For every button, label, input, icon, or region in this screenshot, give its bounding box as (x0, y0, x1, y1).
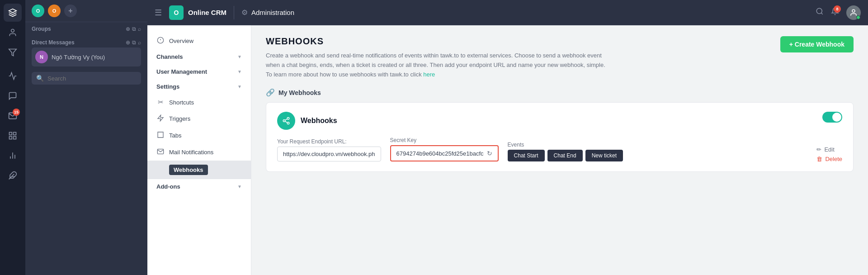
nav-item-tabs[interactable]: Tabs (147, 127, 251, 144)
secret-key-input[interactable] (396, 150, 483, 157)
admin-sidebar: Overview Channels ▼ User Management ▼ Se… (147, 25, 251, 275)
svg-line-23 (285, 119, 287, 120)
bell-icon[interactable]: 8 (831, 7, 839, 18)
svg-rect-4 (14, 133, 16, 135)
app-brand: O Online CRM (169, 5, 226, 20)
svg-point-12 (816, 8, 822, 14)
chevron-channels: ▼ (237, 54, 242, 59)
delete-label: Delete (825, 156, 842, 162)
svg-line-22 (285, 122, 287, 123)
sidebar-icon-pulse[interactable] (4, 67, 22, 85)
gear-icon: ⚙ (241, 8, 248, 17)
page-description: Create a webhook and send real-time noti… (266, 51, 609, 79)
webhook-toggle[interactable] (822, 112, 842, 123)
content-header-row: WEBHOOKS Create a webhook and send real-… (266, 36, 854, 79)
nav-label-channels: Channels (156, 53, 183, 60)
new-ticket-button[interactable]: New ticket (585, 150, 623, 161)
dm-add-icon[interactable]: ⊕ (126, 39, 130, 46)
admin-section: ⚙ Administration (241, 8, 294, 17)
endpoint-field-group: Your Request Endpoint URL: https://dev.c… (277, 138, 381, 161)
user-avatar-ngo: N (35, 51, 48, 63)
nav-label-shortcuts: Shortcuts (169, 99, 194, 106)
svg-point-20 (283, 120, 285, 122)
events-label: Events (508, 142, 623, 148)
svg-point-21 (287, 122, 289, 124)
sidebar-icon-grid[interactable] (4, 127, 22, 145)
groups-section: Groups ⊕ ⧉ ⌕ (25, 22, 147, 36)
nav-label-settings: Settings (156, 83, 179, 90)
sidebar-icon-mail[interactable]: 15 (4, 107, 22, 125)
events-section: Events Chat Start Chat End New ticket (508, 142, 623, 161)
secret-key-field-group: Secret Key ↻ (390, 137, 499, 161)
sidebar-icon-chart[interactable] (4, 147, 22, 165)
tabs-icon (156, 131, 165, 140)
events-buttons: Chat Start Chat End New ticket (508, 150, 623, 161)
webhook-name: Webhooks (301, 117, 337, 125)
chevron-add-ons: ▼ (237, 184, 242, 189)
nav-group-channels[interactable]: Channels ▼ (147, 49, 251, 64)
admin-label: Administration (251, 9, 294, 16)
delete-action[interactable]: 🗑 Delete (816, 156, 842, 162)
svg-marker-18 (158, 115, 163, 121)
direct-messages-label: Direct Messages (32, 39, 75, 46)
search-icon-top[interactable] (816, 7, 824, 18)
chat-start-button[interactable]: Chat Start (508, 150, 545, 161)
hamburger-icon[interactable]: ☰ (155, 8, 162, 18)
endpoint-input[interactable]: https://dev.cloudpro.vn/webhook.ph (277, 147, 381, 161)
edit-icon: ✏ (816, 146, 821, 153)
nav-item-webhooks[interactable]: Webhooks (147, 161, 251, 179)
sidebar-icon-puzzle[interactable] (4, 166, 22, 185)
sidebar-icon-chat-bubble[interactable] (4, 87, 22, 105)
triggers-icon (156, 114, 165, 123)
refresh-icon[interactable]: ↻ (487, 150, 492, 157)
content-area: WEBHOOKS Create a webhook and send real-… (251, 25, 868, 275)
sidebar-icon-layers[interactable] (4, 4, 22, 22)
content-header-left: WEBHOOKS Create a webhook and send real-… (266, 36, 609, 79)
here-link[interactable]: here (423, 71, 435, 78)
sidebar-icon-filter[interactable] (4, 43, 22, 62)
create-webhook-button[interactable]: + Create Webhook (780, 36, 854, 52)
webhook-card-header: Webhooks (277, 112, 842, 130)
nav-label-overview: Overview (169, 38, 193, 44)
webhook-icon-circle (277, 112, 295, 130)
groups-add-icon[interactable]: ⊕ (126, 26, 130, 32)
chat-end-button[interactable]: Chat End (547, 150, 583, 161)
icon-sidebar: 15 (0, 0, 25, 275)
groups-search-icon[interactable]: ⌕ (138, 26, 141, 32)
edit-label: Edit (824, 146, 834, 153)
page-body: Overview Channels ▼ User Management ▼ Se… (147, 25, 868, 275)
direct-messages-section: Direct Messages ⊕ ⧉ ⌕ N Ngô Tường Vy (Yo… (25, 36, 147, 68)
delete-icon: 🗑 (816, 156, 822, 162)
chevron-settings: ▼ (237, 84, 242, 89)
mail-notifications-icon (156, 148, 165, 156)
dm-item-ngo[interactable]: N Ngô Tường Vy (You) (32, 47, 141, 66)
channel-avatar-orange[interactable]: O (48, 5, 61, 17)
nav-label-triggers: Triggers (169, 115, 190, 122)
dm-copy-icon[interactable]: ⧉ (132, 39, 136, 46)
svg-point-1 (11, 29, 14, 33)
user-avatar-top[interactable] (846, 5, 861, 20)
nav-label-webhooks: Webhooks (169, 165, 208, 175)
nav-item-mail-notifications[interactable]: Mail Notifications (147, 144, 251, 161)
nav-group-user-management[interactable]: User Management ▼ (147, 64, 251, 79)
my-webhooks-section: 🔗 My Webhooks Webhooks (266, 88, 854, 172)
brand-name: Online CRM (188, 9, 226, 16)
brand-icon: O (169, 5, 184, 20)
nav-group-add-ons[interactable]: Add-ons ▼ (147, 179, 251, 194)
nav-label-tabs: Tabs (169, 132, 181, 139)
channel-avatar-teal[interactable]: O (32, 5, 44, 17)
top-nav-right: 8 (816, 5, 861, 20)
nav-item-shortcuts[interactable]: ✂ Shortcuts (147, 94, 251, 110)
nav-group-settings[interactable]: Settings ▼ (147, 79, 251, 94)
groups-copy-icon[interactable]: ⧉ (132, 26, 136, 32)
svg-rect-5 (9, 137, 12, 139)
sidebar-icon-person[interactable] (4, 24, 22, 42)
panel-search-icon: 🔍 (36, 75, 44, 82)
nav-item-overview[interactable]: Overview (147, 33, 251, 49)
nav-item-triggers[interactable]: Triggers (147, 110, 251, 127)
edit-action[interactable]: ✏ Edit (816, 146, 842, 153)
panel-search-input[interactable] (47, 75, 137, 82)
svg-marker-0 (9, 9, 17, 13)
channel-avatar-add[interactable]: + (64, 5, 77, 17)
dm-search-icon[interactable]: ⌕ (138, 39, 141, 46)
